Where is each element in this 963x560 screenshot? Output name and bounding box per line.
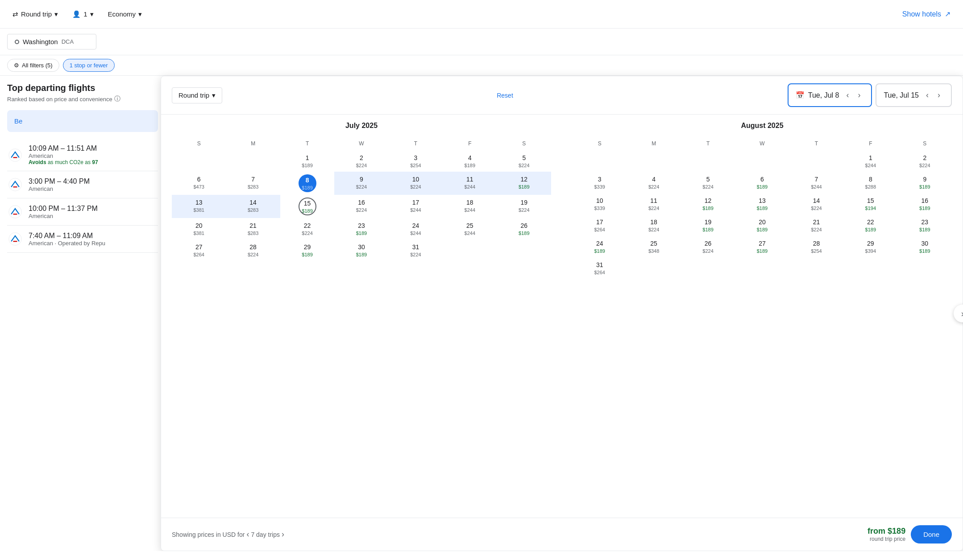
cal-day-aug-3[interactable]: 3$339 bbox=[573, 172, 627, 193]
cal-footer-right: from $189 round trip price Done bbox=[868, 525, 952, 544]
cal-day-aug-18[interactable]: 18$224 bbox=[627, 214, 681, 236]
cal-day-aug-14[interactable]: 14$224 bbox=[789, 193, 843, 214]
cal-day-aug-20[interactable]: 20$189 bbox=[735, 214, 789, 236]
calendar-header: Round trip ▾ Reset 📅 Tue, Jul 8 ‹ › Tue,… bbox=[161, 76, 963, 115]
cal-day-aug-7[interactable]: 7$244 bbox=[789, 172, 843, 193]
return-date-button[interactable]: Tue, Jul 15 ‹ › bbox=[876, 83, 952, 107]
origin-code: DCA bbox=[62, 38, 74, 45]
cal-day-jul-4[interactable]: 4$189 bbox=[443, 150, 497, 172]
flight-card[interactable]: 10:09 AM – 11:51 AM American Avoids as m… bbox=[7, 139, 158, 171]
cal-day-aug-1[interactable]: 1$244 bbox=[843, 150, 897, 172]
passengers-button[interactable]: 👤 1 ▾ bbox=[67, 7, 99, 22]
cal-next-arrow[interactable]: › bbox=[954, 305, 963, 322]
cal-day-aug-21[interactable]: 21$224 bbox=[789, 214, 843, 236]
cal-day-aug-15[interactable]: 15$194 bbox=[843, 193, 897, 214]
chevron-down-icon: ▾ bbox=[138, 10, 142, 18]
cal-day-aug-17[interactable]: 17$264 bbox=[573, 214, 627, 236]
show-hotels-button[interactable]: Show hotels ↗ bbox=[897, 6, 956, 22]
depart-date-button[interactable]: 📅 Tue, Jul 8 ‹ › bbox=[788, 83, 872, 107]
stop-filter-button[interactable]: 1 stop or fewer bbox=[63, 59, 115, 72]
cal-day-aug-19[interactable]: 19$189 bbox=[681, 214, 735, 236]
return-next-button[interactable]: › bbox=[934, 89, 944, 102]
class-label: Economy bbox=[108, 10, 136, 18]
cal-day-aug-30[interactable]: 30$189 bbox=[898, 236, 952, 257]
cal-day-aug-26[interactable]: 26$224 bbox=[681, 236, 735, 257]
cal-day-jul-30[interactable]: 30$189 bbox=[334, 239, 388, 261]
flight-card[interactable]: 3:00 PM – 4:40 PM American bbox=[7, 171, 158, 198]
cal-day-jul-28[interactable]: 28$224 bbox=[226, 239, 280, 261]
cal-day-jul-18[interactable]: 18$244 bbox=[443, 195, 497, 218]
calendar-body: July 2025 S M T W T F S 1$189 bbox=[161, 115, 963, 518]
all-filters-button[interactable]: ⚙ All filters (5) bbox=[7, 59, 59, 72]
cal-day-aug-25[interactable]: 25$348 bbox=[627, 236, 681, 257]
flight-card[interactable]: 7:40 AM – 11:09 AM American · Operated b… bbox=[7, 226, 158, 253]
depart-next-button[interactable]: › bbox=[854, 89, 864, 102]
cal-day-aug-22[interactable]: 22$189 bbox=[843, 214, 897, 236]
flight-times: 7:40 AM – 11:09 AM bbox=[29, 232, 158, 240]
svg-point-2 bbox=[9, 206, 21, 218]
cal-day-aug-13[interactable]: 13$189 bbox=[735, 193, 789, 214]
info-icon[interactable]: ⓘ bbox=[114, 95, 120, 103]
cal-day-jul-21[interactable]: 21$283 bbox=[226, 218, 280, 239]
cal-day-jul-3[interactable]: 3$254 bbox=[389, 150, 443, 172]
trip-type-button[interactable]: ⇄ Round trip ▾ bbox=[7, 7, 63, 22]
cal-reset-button[interactable]: Reset bbox=[497, 92, 513, 99]
cal-day-jul-23[interactable]: 23$189 bbox=[334, 218, 388, 239]
flight-card[interactable]: 10:00 PM – 11:37 PM American bbox=[7, 198, 158, 226]
cal-day-aug-29[interactable]: 29$394 bbox=[843, 236, 897, 257]
cal-day-aug-11[interactable]: 11$224 bbox=[627, 193, 681, 214]
cal-day-jul-1[interactable]: 1$189 bbox=[280, 150, 334, 172]
depart-date-label: Tue, Jul 8 bbox=[808, 91, 839, 99]
trip-duration-prev[interactable]: ‹ bbox=[246, 530, 249, 539]
cal-day-aug-5[interactable]: 5$224 bbox=[681, 172, 735, 193]
cal-day-aug-2[interactable]: 2$224 bbox=[898, 150, 952, 172]
cal-day-aug-24[interactable]: 24$189 bbox=[573, 236, 627, 257]
cal-day-jul-9[interactable]: 9$224 bbox=[334, 172, 388, 195]
cal-day-jul-22[interactable]: 22$224 bbox=[280, 218, 334, 239]
cal-day-jul-24[interactable]: 24$244 bbox=[389, 218, 443, 239]
cal-day-jul-13[interactable]: 13$381 bbox=[172, 195, 226, 218]
cal-day-jul-16[interactable]: 16$224 bbox=[334, 195, 388, 218]
cal-day-jul-12[interactable]: 12$189 bbox=[497, 172, 551, 195]
return-prev-button[interactable]: ‹ bbox=[922, 89, 932, 102]
cal-day-jul-17[interactable]: 17$244 bbox=[389, 195, 443, 218]
cal-day-aug-6[interactable]: 6$189 bbox=[735, 172, 789, 193]
be-strip: Be bbox=[7, 110, 158, 132]
cal-day-jul-8[interactable]: 8 $189 bbox=[280, 172, 334, 195]
cal-day-aug-9[interactable]: 9$189 bbox=[898, 172, 952, 193]
cal-day-aug-31[interactable]: 31$264 bbox=[573, 257, 627, 279]
class-button[interactable]: Economy ▾ bbox=[103, 7, 148, 22]
chevron-down-icon: ▾ bbox=[54, 10, 58, 18]
origin-input[interactable]: Washington DCA bbox=[7, 34, 96, 49]
cal-day-jul-25[interactable]: 25$244 bbox=[443, 218, 497, 239]
done-button[interactable]: Done bbox=[911, 525, 952, 544]
cal-day-jul-10[interactable]: 10$224 bbox=[389, 172, 443, 195]
cal-day-jul-27[interactable]: 27$264 bbox=[172, 239, 226, 261]
cal-day-jul-5[interactable]: 5$224 bbox=[497, 150, 551, 172]
cal-day-aug-27[interactable]: 27$189 bbox=[735, 236, 789, 257]
cal-day-jul-29[interactable]: 29$189 bbox=[280, 239, 334, 261]
cal-day-aug-12[interactable]: 12$189 bbox=[681, 193, 735, 214]
cal-day-jul-15[interactable]: 15 $189 bbox=[280, 195, 334, 218]
cal-day-aug-28[interactable]: 28$254 bbox=[789, 236, 843, 257]
cal-day-jul-31[interactable]: 31$224 bbox=[389, 239, 443, 261]
cal-day-aug-4[interactable]: 4$224 bbox=[627, 172, 681, 193]
cal-day-jul-6[interactable]: 6$473 bbox=[172, 172, 226, 195]
cal-trip-type-button[interactable]: Round trip ▾ bbox=[172, 87, 222, 103]
cal-day-jul-11[interactable]: 11$244 bbox=[443, 172, 497, 195]
price-info: from $189 round trip price bbox=[868, 527, 905, 542]
cal-day-aug-23[interactable]: 23$189 bbox=[898, 214, 952, 236]
cal-day-jul-20[interactable]: 20$381 bbox=[172, 218, 226, 239]
depart-prev-button[interactable]: ‹ bbox=[843, 89, 852, 102]
cal-day-aug-8[interactable]: 8$288 bbox=[843, 172, 897, 193]
cal-day-aug-16[interactable]: 16$189 bbox=[898, 193, 952, 214]
cal-day-aug-10[interactable]: 10$339 bbox=[573, 193, 627, 214]
trip-duration-next[interactable]: › bbox=[282, 530, 284, 539]
cal-day-jul-26[interactable]: 26$189 bbox=[497, 218, 551, 239]
cal-day-jul-2[interactable]: 2$224 bbox=[334, 150, 388, 172]
cal-day-jul-14[interactable]: 14$283 bbox=[226, 195, 280, 218]
flight-info: 7:40 AM – 11:09 AM American · Operated b… bbox=[29, 232, 158, 247]
cal-day-jul-19[interactable]: 19$224 bbox=[497, 195, 551, 218]
airline-name: American bbox=[29, 152, 158, 159]
cal-day-jul-7[interactable]: 7$283 bbox=[226, 172, 280, 195]
